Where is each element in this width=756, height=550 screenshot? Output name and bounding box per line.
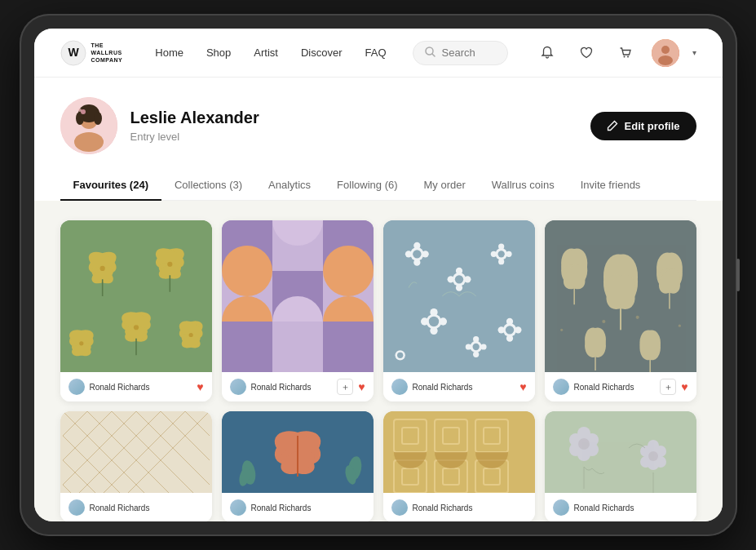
tab-collections[interactable]: Collections (3): [161, 171, 255, 201]
search-input[interactable]: [442, 47, 496, 59]
svg-point-79: [430, 308, 437, 316]
art-card-3[interactable]: Ronald Richards ♥: [383, 220, 535, 401]
nav-discover[interactable]: Discover: [301, 47, 343, 59]
tab-favourites[interactable]: Favourites (24): [60, 171, 161, 201]
art-card-5[interactable]: Ronald Richards: [60, 411, 212, 521]
notification-icon[interactable]: [534, 40, 560, 66]
svg-point-14: [94, 112, 102, 125]
add-to-collection-icon-4[interactable]: ＋: [660, 379, 676, 395]
svg-rect-54: [272, 322, 323, 372]
user-avatar-nav[interactable]: [652, 39, 679, 67]
svg-point-5: [627, 55, 629, 57]
art-image-2: [222, 220, 374, 372]
logo-icon: W: [60, 40, 86, 66]
profile-tabs: Favourites (24) Collections (3) Analytic…: [60, 171, 696, 201]
tab-invite-friends[interactable]: Invite friends: [568, 171, 654, 201]
wishlist-icon[interactable]: [573, 40, 599, 66]
svg-point-11: [74, 132, 104, 152]
artist-name-4: Ronald Richards: [574, 383, 634, 392]
card-footer-5: Ronald Richards: [60, 493, 212, 521]
svg-point-67: [455, 268, 462, 274]
artist-avatar-7: [391, 499, 408, 516]
svg-point-61: [413, 242, 420, 249]
card-footer-8: Ronald Richards: [545, 493, 696, 521]
nav-artist[interactable]: Artist: [254, 47, 278, 59]
art-card-4[interactable]: Ronald Richards ＋ ♥: [545, 220, 696, 401]
svg-rect-121: [63, 411, 210, 493]
tab-my-order[interactable]: My order: [411, 171, 479, 201]
svg-point-88: [472, 344, 479, 350]
card-actions-2: ＋ ♥: [337, 379, 365, 395]
logo[interactable]: W THE WALLRUS COMPANY: [60, 40, 123, 66]
profile-info: Leslie Alexander Entry level: [60, 97, 259, 154]
card-footer-2: Ronald Richards ＋ ♥: [222, 372, 374, 401]
svg-point-32: [133, 325, 138, 330]
avatar-chevron-icon: ▾: [692, 48, 696, 57]
tab-following[interactable]: Following (6): [324, 171, 410, 201]
search-bar: [413, 41, 508, 65]
svg-rect-53: [222, 322, 272, 372]
art-card-2[interactable]: Ronald Richards ＋ ♥: [222, 220, 374, 401]
svg-point-90: [480, 344, 486, 349]
svg-text:W: W: [68, 46, 79, 59]
svg-line-3: [432, 54, 435, 56]
svg-point-7: [661, 46, 670, 54]
nav-home[interactable]: Home: [155, 47, 183, 59]
art-image-5: [60, 411, 212, 493]
svg-point-177: [648, 451, 658, 461]
svg-point-118: [635, 316, 639, 319]
svg-point-82: [505, 326, 513, 334]
artist-name-2: Ronald Richards: [251, 383, 312, 392]
heart-icon-3[interactable]: ♥: [519, 380, 526, 393]
artist-name-6: Ronald Richards: [251, 503, 312, 512]
artist-name-7: Ronald Richards: [413, 503, 473, 512]
svg-point-117: [602, 320, 605, 323]
card-footer-1: Ronald Richards ♥: [60, 372, 212, 401]
art-card[interactable]: Ronald Richards ♥: [60, 220, 212, 401]
svg-point-120: [678, 325, 680, 327]
profile-avatar-img: [60, 97, 117, 154]
profile-header: Leslie Alexander Entry level Edit profil…: [60, 97, 696, 154]
svg-point-84: [515, 326, 521, 333]
pencil-icon: [607, 120, 618, 131]
artist-avatar-2: [230, 379, 246, 395]
profile-level: Entry level: [130, 131, 259, 143]
svg-point-72: [506, 251, 511, 257]
svg-point-22: [99, 266, 104, 271]
art-image-7: [383, 411, 535, 493]
profile-text: Leslie Alexander Entry level: [130, 109, 259, 143]
edit-profile-button[interactable]: Edit profile: [590, 112, 696, 140]
add-to-collection-icon-2[interactable]: ＋: [337, 379, 353, 395]
tab-wallrus-coins[interactable]: Wallrus coins: [479, 171, 568, 201]
nav-shop[interactable]: Shop: [206, 47, 231, 59]
heart-icon-2[interactable]: ♥: [358, 380, 365, 393]
svg-point-85: [506, 318, 512, 325]
profile-section: Leslie Alexander Entry level Edit profil…: [34, 78, 723, 201]
card-footer-4: Ronald Richards ＋ ♥: [545, 372, 696, 401]
card-actions-3: ♥: [519, 380, 526, 393]
cart-icon[interactable]: [612, 40, 639, 66]
svg-point-173: [648, 440, 659, 451]
artist-name-5: Ronald Richards: [90, 503, 150, 512]
svg-point-119: [560, 329, 563, 331]
nav-links: Home Shop Artist Discover FAQ: [155, 47, 386, 59]
edit-profile-label: Edit profile: [625, 120, 680, 132]
svg-point-86: [506, 335, 512, 342]
svg-point-94: [397, 353, 403, 358]
artist-info-8: Ronald Richards: [553, 499, 634, 516]
art-card-6[interactable]: Ronald Richards: [222, 411, 374, 521]
svg-point-169: [578, 438, 590, 450]
tab-analytics[interactable]: Analytics: [255, 171, 324, 201]
art-image-8: [545, 411, 696, 493]
nav-faq[interactable]: FAQ: [365, 47, 387, 59]
tablet-frame: W THE WALLRUS COMPANY Home Shop Artist D…: [20, 14, 737, 536]
card-footer-3: Ronald Richards ♥: [383, 372, 535, 401]
art-card-7[interactable]: Ronald Richards: [383, 411, 535, 521]
art-card-8[interactable]: Ronald Richards: [545, 411, 696, 521]
artist-avatar-1: [69, 379, 85, 395]
svg-point-73: [498, 243, 504, 249]
heart-icon-1[interactable]: ♥: [197, 380, 203, 393]
svg-point-71: [490, 251, 496, 257]
heart-icon-4[interactable]: ♥: [681, 380, 687, 393]
svg-point-89: [465, 344, 471, 349]
